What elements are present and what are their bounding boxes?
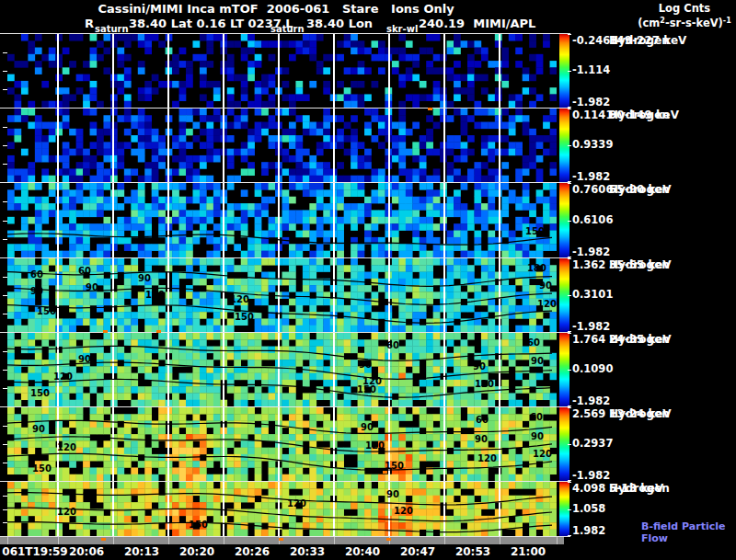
- colorbar-tick: [568, 258, 571, 259]
- contour-label: 120: [477, 454, 497, 463]
- bfield-flow-mark: [428, 108, 432, 110]
- time-axis-notch: [113, 537, 114, 544]
- time-axis-notch: [168, 537, 169, 544]
- colorbar-tick: [568, 482, 571, 483]
- spectrogram-display: { "header": { "title": "Cassini/MIMI Inc…: [0, 0, 736, 560]
- time-tick-label: 20:53: [455, 545, 490, 558]
- bfield-flow-mark: [101, 538, 106, 541]
- colorbar-min-label: -1.982: [572, 470, 610, 481]
- contour-label: 120: [145, 291, 165, 300]
- contour-label: 60: [530, 413, 543, 422]
- energy-band-label: 24-35 keV: [609, 333, 672, 346]
- colorbar-max-label: 4.098: [572, 483, 605, 494]
- contour-label: 90: [30, 287, 43, 296]
- panel-boundary: [0, 481, 570, 482]
- y-axis-tick: [3, 295, 7, 296]
- lon-label: 38.40 Lon: [306, 17, 373, 30]
- contour-label: 90: [86, 283, 98, 292]
- colorbar-tick: [568, 183, 571, 184]
- spectrogram-heatmap: [7, 183, 557, 257]
- time-axis-notch: [557, 537, 558, 544]
- time-tick-label: 20:33: [290, 545, 325, 558]
- colorbar-tick: [568, 509, 571, 510]
- y-axis-tick: [3, 221, 7, 222]
- contour-label: 90: [78, 355, 91, 364]
- time-axis-notch: [7, 537, 8, 544]
- units-mid: -sr-s-keV): [665, 17, 723, 29]
- contour-label: 120: [394, 507, 413, 516]
- panel-boundary: [0, 536, 570, 537]
- y-axis-tick: [3, 509, 7, 510]
- time-tick-label: 21:00: [511, 545, 546, 558]
- contour-label: 150: [357, 385, 376, 394]
- energy-band-label: 5-13 keV: [609, 482, 663, 495]
- spectrogram-heatmap: [7, 109, 557, 182]
- bfield-flow-mark: [383, 471, 387, 474]
- time-tick-label: 20:13: [124, 545, 159, 558]
- contour-label: 90: [361, 423, 374, 432]
- colorbar-max-label: 1.362: [572, 259, 605, 270]
- spectrogram-heatmap: [7, 407, 557, 481]
- colorbar-min-label: -1.982: [572, 321, 610, 332]
- contour-label: 120: [53, 372, 73, 382]
- panel-boundary: [0, 108, 570, 109]
- y-axis-tick: [3, 388, 7, 389]
- colorbar-min-label: -1.982: [572, 246, 610, 257]
- colorbar-tick: [568, 333, 571, 334]
- units-label: (cm2-sr-s-keV)-1: [633, 15, 736, 29]
- panel-boundary: [0, 33, 570, 34]
- r-label: R: [85, 17, 94, 30]
- energy-band-label: 55-90 keV: [609, 183, 672, 196]
- contour-label: 90: [138, 274, 151, 283]
- y-axis-tick: [3, 239, 7, 240]
- y-axis-tick: [3, 71, 7, 72]
- units-inverse-exp: -1: [723, 17, 731, 25]
- y-axis-tick: [3, 426, 7, 427]
- colorbar-min-label: -1.982: [572, 395, 610, 406]
- contour-label: 90: [83, 491, 96, 500]
- contour-label: 120: [57, 508, 76, 517]
- time-axis-notch: [58, 537, 59, 544]
- contour-label: 120: [537, 300, 557, 309]
- colorbar-tick: [568, 145, 571, 146]
- panel-hydrogen-149-227: -0.2463 -1.114 -1.982 Hydrogen 149-227 k…: [0, 34, 736, 108]
- colorbar-min-label: 1.982: [572, 525, 605, 536]
- energy-band-label: 149-227 keV: [609, 34, 686, 47]
- y-axis-tick: [3, 145, 7, 146]
- y-axis-tick: [3, 522, 7, 523]
- panel-boundary: [0, 332, 570, 333]
- contour-label: 90: [531, 357, 544, 366]
- contour-label: 90: [386, 490, 399, 499]
- contour-label: 120: [230, 295, 249, 304]
- panel-hydrogen-35-55: 1.362 0.3101 -1.982 Hydrogen 35-55 keV 6…: [0, 258, 736, 332]
- time-tick-label: 20:26: [235, 545, 270, 558]
- panel-hydrogen-55-90: 0.7606 0.6106 -1.982 Hydrogen 55-90 keV …: [0, 183, 736, 257]
- panel-hydrogen-24-35: 1.764 0.1090 -1.982 Hydrogen 24-35 keV 9…: [0, 333, 736, 406]
- colorbar-tick: [568, 221, 571, 222]
- time-axis-notch: [334, 537, 335, 544]
- colorbar-tick: [568, 34, 571, 35]
- colorbar-mid-label: 1.058: [572, 503, 605, 514]
- bfield-flow-mark: [103, 330, 108, 333]
- time-axis-notch: [500, 537, 500, 544]
- contour-label: 120: [475, 380, 494, 389]
- y-axis-tick: [3, 277, 7, 278]
- panel-hydrogen-5-13: 4.098 1.058 1.982 Hydrogen 5-13 keV 9012…: [0, 482, 736, 536]
- panel-boundary: [0, 257, 570, 258]
- y-axis-tick: [3, 52, 7, 53]
- contour-label: 120: [365, 441, 385, 451]
- contour-label: 150: [189, 520, 208, 530]
- colorbar-mid-label: 0.1090: [572, 363, 613, 374]
- colorbar-max-label: 1.764: [572, 334, 605, 345]
- time-axis-notch: [224, 537, 224, 544]
- panel-boundary: [0, 406, 570, 407]
- bfield-flow-mark: [156, 330, 161, 333]
- contour-label: 60: [30, 270, 43, 280]
- contour-label: 60: [386, 341, 399, 350]
- panel-hydrogen-90-149: 0.1141 0.9339 -1.982 Hydrogen 90-149 keV: [0, 109, 736, 182]
- contour-label: 120: [533, 450, 552, 459]
- page-title: Cassini/MIMI Inca mTOF 2006-061 Stare Io…: [0, 2, 552, 16]
- colorbar-mid-label: 0.3101: [572, 289, 613, 300]
- contour-label: 150: [525, 227, 545, 236]
- colorbar-tick: [568, 295, 571, 296]
